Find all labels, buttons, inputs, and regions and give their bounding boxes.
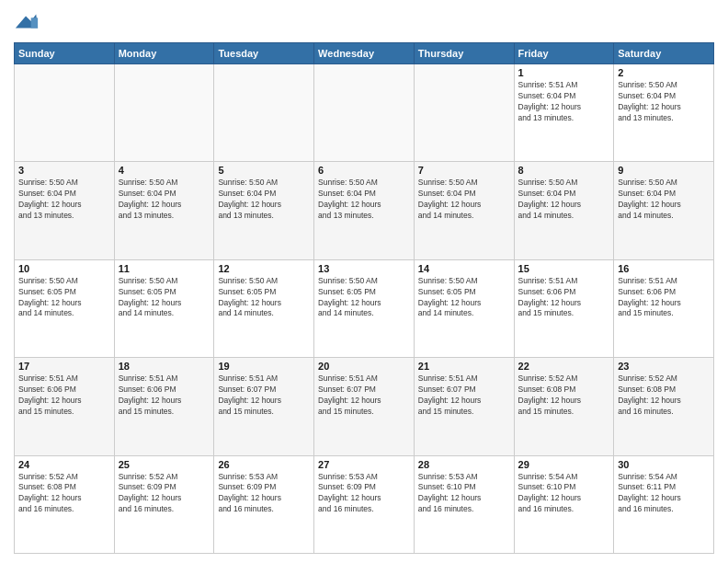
- day-cell: 11Sunrise: 5:50 AM Sunset: 6:05 PM Dayli…: [114, 259, 214, 357]
- day-number: 27: [318, 459, 410, 470]
- day-info: Sunrise: 5:50 AM Sunset: 6:04 PM Dayligh…: [218, 178, 310, 222]
- day-cell: 7Sunrise: 5:50 AM Sunset: 6:04 PM Daylig…: [414, 162, 514, 259]
- svg-marker-1: [31, 17, 38, 28]
- day-cell: 16Sunrise: 5:51 AM Sunset: 6:06 PM Dayli…: [614, 259, 714, 357]
- day-cell: 23Sunrise: 5:52 AM Sunset: 6:08 PM Dayli…: [614, 358, 714, 455]
- page: SundayMondayTuesdayWednesdayThursdayFrid…: [0, 0, 728, 563]
- day-cell: 1Sunrise: 5:51 AM Sunset: 6:04 PM Daylig…: [514, 64, 614, 162]
- weekday-header-row: SundayMondayTuesdayWednesdayThursdayFrid…: [15, 43, 714, 64]
- day-number: 6: [318, 165, 410, 176]
- day-number: 4: [119, 165, 210, 176]
- day-info: Sunrise: 5:50 AM Sunset: 6:04 PM Dayligh…: [618, 178, 710, 222]
- weekday-sunday: Sunday: [15, 43, 115, 64]
- day-cell: 28Sunrise: 5:53 AM Sunset: 6:10 PM Dayli…: [414, 455, 514, 553]
- day-cell: 4Sunrise: 5:50 AM Sunset: 6:04 PM Daylig…: [114, 162, 214, 259]
- day-info: Sunrise: 5:51 AM Sunset: 6:06 PM Dayligh…: [518, 276, 610, 320]
- day-number: 25: [119, 459, 210, 470]
- day-info: Sunrise: 5:50 AM Sunset: 6:04 PM Dayligh…: [518, 178, 610, 222]
- day-cell: 19Sunrise: 5:51 AM Sunset: 6:07 PM Dayli…: [214, 358, 314, 455]
- day-number: 21: [418, 361, 510, 372]
- logo: [14, 9, 43, 35]
- day-info: Sunrise: 5:51 AM Sunset: 6:07 PM Dayligh…: [318, 373, 410, 418]
- weekday-tuesday: Tuesday: [214, 43, 314, 64]
- day-info: Sunrise: 5:51 AM Sunset: 6:07 PM Dayligh…: [218, 373, 310, 418]
- day-info: Sunrise: 5:52 AM Sunset: 6:08 PM Dayligh…: [618, 373, 710, 418]
- day-number: 20: [318, 361, 410, 372]
- day-info: Sunrise: 5:50 AM Sunset: 6:04 PM Dayligh…: [618, 80, 710, 124]
- day-info: Sunrise: 5:53 AM Sunset: 6:09 PM Dayligh…: [218, 472, 310, 516]
- day-info: Sunrise: 5:51 AM Sunset: 6:06 PM Dayligh…: [618, 276, 710, 320]
- day-info: Sunrise: 5:52 AM Sunset: 6:08 PM Dayligh…: [18, 472, 110, 516]
- day-cell: [214, 64, 314, 162]
- day-number: 9: [618, 165, 710, 176]
- day-info: Sunrise: 5:53 AM Sunset: 6:10 PM Dayligh…: [418, 472, 510, 516]
- day-cell: [15, 64, 115, 162]
- day-cell: 24Sunrise: 5:52 AM Sunset: 6:08 PM Dayli…: [15, 455, 115, 553]
- day-info: Sunrise: 5:51 AM Sunset: 6:04 PM Dayligh…: [518, 80, 610, 124]
- day-number: 5: [218, 165, 310, 176]
- day-cell: 17Sunrise: 5:51 AM Sunset: 6:06 PM Dayli…: [15, 358, 115, 455]
- header: [14, 9, 714, 35]
- day-cell: 18Sunrise: 5:51 AM Sunset: 6:06 PM Dayli…: [114, 358, 214, 455]
- week-row-1: 3Sunrise: 5:50 AM Sunset: 6:04 PM Daylig…: [15, 162, 714, 259]
- day-cell: 8Sunrise: 5:50 AM Sunset: 6:04 PM Daylig…: [514, 162, 614, 259]
- day-info: Sunrise: 5:50 AM Sunset: 6:04 PM Dayligh…: [318, 178, 410, 222]
- day-info: Sunrise: 5:53 AM Sunset: 6:09 PM Dayligh…: [318, 472, 410, 516]
- day-cell: [314, 64, 415, 162]
- day-info: Sunrise: 5:50 AM Sunset: 6:04 PM Dayligh…: [18, 178, 110, 222]
- day-info: Sunrise: 5:50 AM Sunset: 6:05 PM Dayligh…: [119, 276, 210, 320]
- week-row-0: 1Sunrise: 5:51 AM Sunset: 6:04 PM Daylig…: [15, 64, 714, 162]
- day-cell: 15Sunrise: 5:51 AM Sunset: 6:06 PM Dayli…: [514, 259, 614, 357]
- day-info: Sunrise: 5:54 AM Sunset: 6:10 PM Dayligh…: [518, 472, 610, 516]
- day-number: 17: [18, 361, 110, 372]
- day-cell: 22Sunrise: 5:52 AM Sunset: 6:08 PM Dayli…: [514, 358, 614, 455]
- day-cell: 3Sunrise: 5:50 AM Sunset: 6:04 PM Daylig…: [15, 162, 115, 259]
- day-number: 12: [218, 263, 310, 274]
- day-number: 3: [18, 165, 110, 176]
- day-info: Sunrise: 5:54 AM Sunset: 6:11 PM Dayligh…: [618, 472, 710, 516]
- day-info: Sunrise: 5:50 AM Sunset: 6:05 PM Dayligh…: [218, 276, 310, 320]
- day-cell: 5Sunrise: 5:50 AM Sunset: 6:04 PM Daylig…: [214, 162, 314, 259]
- day-cell: 25Sunrise: 5:52 AM Sunset: 6:09 PM Dayli…: [114, 455, 214, 553]
- day-number: 24: [18, 459, 110, 470]
- day-number: 19: [218, 361, 310, 372]
- day-cell: 30Sunrise: 5:54 AM Sunset: 6:11 PM Dayli…: [614, 455, 714, 553]
- day-info: Sunrise: 5:50 AM Sunset: 6:05 PM Dayligh…: [418, 276, 510, 320]
- day-number: 7: [418, 165, 510, 176]
- day-number: 29: [518, 459, 610, 470]
- weekday-monday: Monday: [114, 43, 214, 64]
- day-info: Sunrise: 5:50 AM Sunset: 6:05 PM Dayligh…: [18, 276, 110, 320]
- week-row-3: 17Sunrise: 5:51 AM Sunset: 6:06 PM Dayli…: [15, 358, 714, 455]
- day-info: Sunrise: 5:52 AM Sunset: 6:08 PM Dayligh…: [518, 373, 610, 418]
- day-number: 23: [618, 361, 710, 372]
- day-number: 10: [18, 263, 110, 274]
- day-number: 14: [418, 263, 510, 274]
- day-number: 2: [618, 67, 710, 78]
- day-number: 11: [119, 263, 210, 274]
- weekday-wednesday: Wednesday: [314, 43, 415, 64]
- week-row-2: 10Sunrise: 5:50 AM Sunset: 6:05 PM Dayli…: [15, 259, 714, 357]
- day-cell: [414, 64, 514, 162]
- day-number: 1: [518, 67, 610, 78]
- day-cell: 14Sunrise: 5:50 AM Sunset: 6:05 PM Dayli…: [414, 259, 514, 357]
- day-info: Sunrise: 5:51 AM Sunset: 6:06 PM Dayligh…: [18, 373, 110, 418]
- day-number: 16: [618, 263, 710, 274]
- day-number: 8: [518, 165, 610, 176]
- day-cell: 21Sunrise: 5:51 AM Sunset: 6:07 PM Dayli…: [414, 358, 514, 455]
- day-number: 28: [418, 459, 510, 470]
- day-cell: 12Sunrise: 5:50 AM Sunset: 6:05 PM Dayli…: [214, 259, 314, 357]
- day-cell: 9Sunrise: 5:50 AM Sunset: 6:04 PM Daylig…: [614, 162, 714, 259]
- day-cell: [114, 64, 214, 162]
- day-cell: 27Sunrise: 5:53 AM Sunset: 6:09 PM Dayli…: [314, 455, 415, 553]
- logo-icon: [14, 9, 40, 35]
- day-info: Sunrise: 5:50 AM Sunset: 6:05 PM Dayligh…: [318, 276, 410, 320]
- weekday-saturday: Saturday: [614, 43, 714, 64]
- day-number: 15: [518, 263, 610, 274]
- day-number: 26: [218, 459, 310, 470]
- weekday-thursday: Thursday: [414, 43, 514, 64]
- day-cell: 6Sunrise: 5:50 AM Sunset: 6:04 PM Daylig…: [314, 162, 415, 259]
- day-number: 18: [119, 361, 210, 372]
- day-info: Sunrise: 5:51 AM Sunset: 6:07 PM Dayligh…: [418, 373, 510, 418]
- calendar-table: SundayMondayTuesdayWednesdayThursdayFrid…: [14, 42, 714, 554]
- day-info: Sunrise: 5:52 AM Sunset: 6:09 PM Dayligh…: [119, 472, 210, 516]
